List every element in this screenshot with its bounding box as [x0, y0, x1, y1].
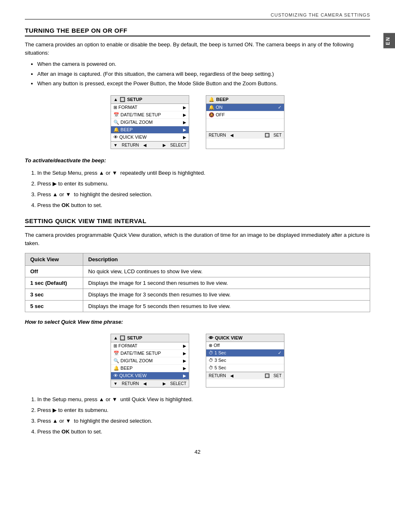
- beep-steps: In the Setup Menu, press ▲ or ▼ repeated…: [37, 169, 370, 210]
- page-header: CUSTOMIZING THE CAMERA SETTINGS: [25, 12, 370, 19]
- quickview-setup-menu: ▲ 🔲 SETUP ⊞ FORMAT ▶ 📅 DATE/TIME SETUP ▶…: [111, 334, 189, 388]
- language-tab: EN: [383, 33, 395, 48]
- section1-title: TURNING THE BEEP ON OR OFF: [25, 27, 370, 36]
- section-beep: TURNING THE BEEP ON OR OFF The camera pr…: [25, 27, 370, 210]
- section2-title: SETTING QUICK VIEW TIME INTERVAL: [25, 217, 370, 227]
- setup2-item-quickview: 👁 QUICK VIEW ▶: [111, 372, 189, 380]
- section-quickview: SETTING QUICK VIEW TIME INTERVAL The cam…: [25, 217, 370, 436]
- quickview-submenu: 👁 QUICK VIEW ⊗ Off ⏱ 1 Sec ✓ ⏱ 3 Sec ⏱ 5…: [206, 334, 284, 388]
- beep-italic-heading: To activate/deactivate the beep:: [25, 156, 370, 165]
- qv-item-5sec: ⏱ 5 Sec: [206, 364, 284, 372]
- table-cell-5sec-label: 5 sec: [25, 301, 83, 312]
- beep-menu-title: 🔔 BEEP: [206, 96, 284, 104]
- table-row: 5 sec Displays the image for 5 seconds t…: [25, 301, 370, 312]
- qv-item-off: ⊗ Off: [206, 342, 284, 349]
- setup2-item-digitalzoom: 🔍 DIGITAL ZOOM ▶: [111, 357, 189, 365]
- beep-menu-footer: RETURN ◀ 🔲 SET: [206, 131, 284, 139]
- section2-intro: The camera provides programmable Quick V…: [25, 231, 370, 247]
- beep-step-4: Press the OK button to set.: [37, 201, 370, 210]
- bullet-2: After an image is captured. (For this si…: [37, 70, 370, 78]
- table-cell-3sec-desc: Displays the image for 3 seconds then re…: [83, 289, 370, 301]
- beep-step-1: In the Setup Menu, press ▲ or ▼ repeated…: [37, 169, 370, 178]
- quickview-italic-heading: How to select Quick View time phrase:: [25, 318, 370, 326]
- table-cell-1sec-label: 1 sec (Default): [25, 277, 83, 289]
- setup2-item-beep: 🔔 BEEP ▶: [111, 365, 189, 372]
- qv-step-4: Press the OK button to set.: [37, 427, 370, 436]
- beep-step-3: Press ▲ or ▼ to highlight the desired se…: [37, 190, 370, 199]
- quickview-steps: In the Setup menu, press ▲ or ▼ until Qu…: [37, 395, 370, 436]
- qv-item-3sec: ⏱ 3 Sec: [206, 357, 284, 364]
- beep-item-on: 🔔 ON ✓: [206, 104, 284, 111]
- setup-item-quickview: 👁 QUICK VIEW ▶: [111, 134, 189, 141]
- table-row: 3 sec Displays the image for 3 seconds t…: [25, 289, 370, 301]
- qv-menu-title: 👁 QUICK VIEW: [206, 334, 284, 342]
- setup2-menu-footer: ▼ RETURN ◀ ▶ SELECT: [111, 380, 189, 387]
- section1-bullets: When the camera is powered on. After an …: [37, 60, 370, 88]
- table-cell-off-desc: No quick view, LCD continues to show liv…: [83, 266, 370, 277]
- page-number: 42: [25, 449, 370, 455]
- qv-step-2: Press ▶ to enter its submenu.: [37, 406, 370, 415]
- setup-item-digitalzoom: 🔍 DIGITAL ZOOM ▶: [111, 119, 189, 126]
- table-row: Off No quick view, LCD continues to show…: [25, 266, 370, 277]
- table-cell-1sec-desc: Displays the image for 1 second then res…: [83, 277, 370, 289]
- qv-menu-footer: RETURN ◀ 🔲 SET: [206, 372, 284, 379]
- beep-item-off: 🔕 OFF: [206, 111, 284, 119]
- section1-intro: The camera provides an option to enable …: [25, 41, 370, 57]
- bullet-3: When any button is pressed, except the P…: [37, 79, 370, 88]
- quickview-diagrams-row: ▲ 🔲 SETUP ⊞ FORMAT ▶ 📅 DATE/TIME SETUP ▶…: [25, 334, 370, 388]
- setup2-item-datetime: 📅 DATE/TIME SETUP ▶: [111, 350, 189, 357]
- qv-item-1sec: ⏱ 1 Sec ✓: [206, 349, 284, 357]
- beep-diagrams-row: ▲ 🔲 SETUP ⊞ FORMAT ▶ 📅 DATE/TIME SETUP ▶…: [25, 95, 370, 149]
- qv-step-3: Press ▲ or ▼ to highlight the desired se…: [37, 416, 370, 426]
- setup2-menu-title: ▲ 🔲 SETUP: [111, 334, 189, 342]
- qv-step-1: In the Setup menu, press ▲ or ▼ until Qu…: [37, 395, 370, 404]
- setup-menu-footer: ▼ RETURN ◀ ▶ SELECT: [111, 141, 189, 149]
- table-cell-5sec-desc: Displays the image for 5 seconds then re…: [83, 301, 370, 312]
- quickview-table: Quick View Description Off No quick view…: [25, 253, 370, 312]
- table-cell-3sec-label: 3 sec: [25, 289, 83, 301]
- setup-item-datetime: 📅 DATE/TIME SETUP ▶: [111, 111, 189, 119]
- setup-item-beep: 🔔 BEEP ▶: [111, 126, 189, 134]
- table-cell-off-label: Off: [25, 266, 83, 277]
- table-header-description: Description: [83, 253, 370, 266]
- beep-submenu: 🔔 BEEP 🔔 ON ✓ 🔕 OFF RETURN ◀ 🔲 SET: [206, 95, 284, 149]
- setup-menu-title: ▲ 🔲 SETUP: [111, 96, 189, 104]
- header-title: CUSTOMIZING THE CAMERA SETTINGS: [271, 12, 370, 17]
- beep-step-2: Press ▶ to enter its submenu.: [37, 179, 370, 188]
- bullet-1: When the camera is powered on.: [37, 60, 370, 68]
- setup-item-format: ⊞ FORMAT ▶: [111, 104, 189, 111]
- table-header-quickview: Quick View: [25, 253, 83, 266]
- beep-setup-menu: ▲ 🔲 SETUP ⊞ FORMAT ▶ 📅 DATE/TIME SETUP ▶…: [111, 95, 189, 149]
- setup2-item-format: ⊞ FORMAT ▶: [111, 342, 189, 350]
- table-row: 1 sec (Default) Displays the image for 1…: [25, 277, 370, 289]
